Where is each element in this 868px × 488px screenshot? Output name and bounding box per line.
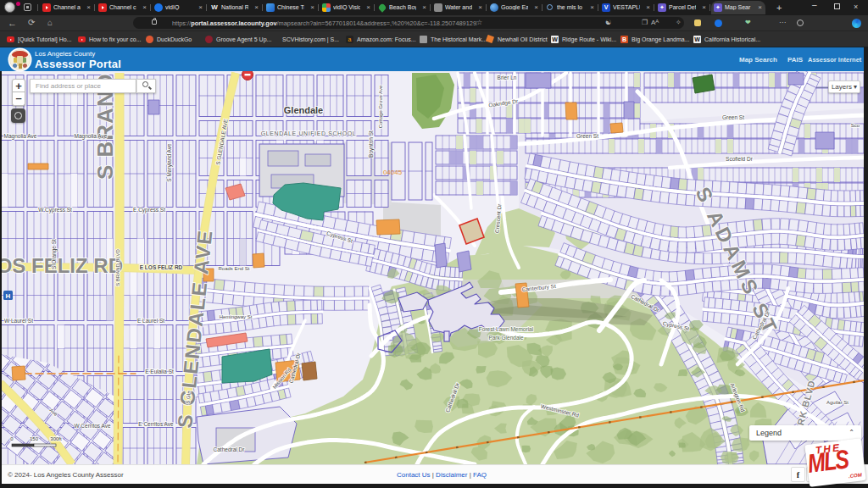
- svg-text:Green St: Green St: [576, 133, 598, 139]
- svg-text:Roads End St: Roads End St: [218, 266, 249, 271]
- svg-text:W Cypress St: W Cypress St: [38, 207, 72, 214]
- svg-text:Park Glendale: Park Glendale: [488, 335, 524, 341]
- svg-text:H: H: [6, 292, 11, 300]
- svg-text:S BRAND BLVD: S BRAND BLVD: [115, 249, 120, 286]
- svg-text:150: 150: [30, 436, 39, 441]
- svg-text:S GL: S GL: [185, 391, 191, 404]
- svg-text:E Cerritos Ave: E Cerritos Ave: [138, 421, 174, 427]
- svg-text:Boynton St: Boynton St: [368, 130, 375, 158]
- svg-text:E Eulalia St: E Eulalia St: [145, 369, 174, 374]
- svg-text:Glendale: Glendale: [284, 105, 323, 115]
- svg-text:Scofield Dr: Scofield Dr: [726, 156, 754, 162]
- svg-text:Magnolia Ave: Magnolia Ave: [4, 133, 37, 140]
- svg-text:Sco: Sco: [851, 123, 860, 128]
- svg-text:Hemingway St: Hemingway St: [220, 314, 253, 319]
- svg-text:W Cerritos Ave: W Cerritos Ave: [74, 423, 111, 429]
- svg-text:Green St: Green St: [722, 114, 744, 120]
- svg-text:Cottage Grove Ave: Cottage Grove Ave: [378, 85, 383, 128]
- svg-text:LOS FELIZ RD: LOS FELIZ RD: [0, 254, 123, 277]
- svg-text:Cathedral Dr: Cathedral Dr: [214, 446, 246, 452]
- svg-text:E LOS FELIZ RD: E LOS FELIZ RD: [140, 264, 183, 270]
- svg-text:W Laurel St: W Laurel St: [4, 318, 33, 324]
- svg-text:Aguilar St: Aguilar St: [826, 400, 849, 405]
- svg-text:04045: 04045: [383, 169, 403, 176]
- svg-text:S Maryland Ave: S Maryland Ave: [166, 143, 173, 182]
- svg-text:Magnolia Ave: Magnolia Ave: [75, 133, 108, 140]
- svg-text:Forest Lawn Memorial: Forest Lawn Memorial: [479, 326, 534, 332]
- svg-text:Brier Ln: Brier Ln: [498, 75, 517, 80]
- svg-text:GLENDALE UNIFIED SCHOOL: GLENDALE UNIFIED SCHOOL: [261, 130, 357, 136]
- svg-text:300ft: 300ft: [50, 436, 62, 441]
- svg-text:E Laurel St: E Laurel St: [137, 318, 164, 324]
- svg-text:S Orange St: S Orange St: [51, 239, 58, 269]
- svg-text:E Cypress St: E Cypress St: [133, 207, 165, 214]
